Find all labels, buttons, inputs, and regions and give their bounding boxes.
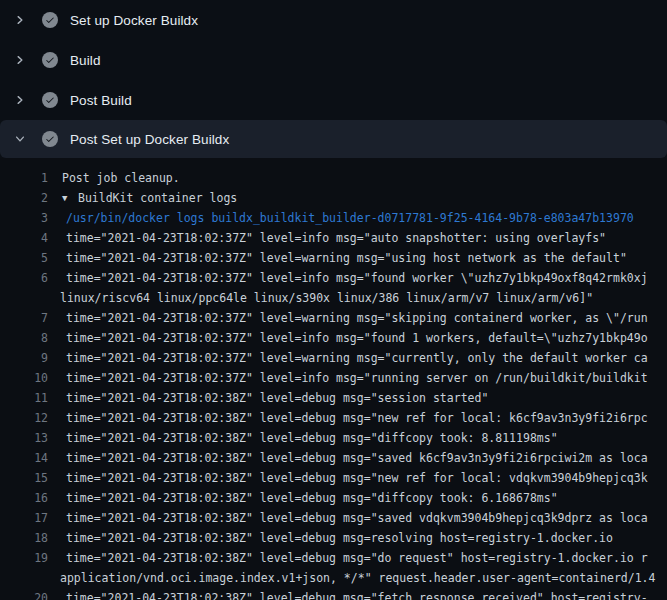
step-label: Post Set up Docker Buildx <box>70 132 229 147</box>
log-text: time="2021-04-23T18:02:38Z" level=debug … <box>66 448 648 468</box>
group-collapse-toggle-icon[interactable]: ▼ <box>62 188 67 208</box>
log-line: 16time="2021-04-23T18:02:38Z" level=debu… <box>0 488 667 508</box>
log-command-text: /usr/bin/docker logs buildx_buildkit_bui… <box>66 208 634 228</box>
step-label: Set up Docker Buildx <box>70 13 198 28</box>
log-text: Post job cleanup. <box>62 168 180 188</box>
log-line: 13time="2021-04-23T18:02:38Z" level=debu… <box>0 428 667 448</box>
log-text: time="2021-04-23T18:02:37Z" level=warnin… <box>66 308 648 328</box>
line-number[interactable]: 6 <box>0 268 48 288</box>
chevron-right-icon <box>12 52 28 68</box>
log-line: 4time="2021-04-23T18:02:37Z" level=info … <box>0 228 667 248</box>
log-line: 10time="2021-04-23T18:02:37Z" level=info… <box>0 368 667 388</box>
log-line: 6time="2021-04-23T18:02:37Z" level=info … <box>0 268 667 288</box>
log-line: 14time="2021-04-23T18:02:38Z" level=debu… <box>0 448 667 468</box>
step-header-build[interactable]: Build <box>0 40 667 80</box>
log-line: 2▼BuildKit container logs <box>0 188 667 208</box>
line-number[interactable]: 1 <box>0 168 48 188</box>
log-text: linux/riscv64 linux/ppc64le linux/s390x … <box>60 288 593 308</box>
step-header-post-build[interactable]: Post Build <box>0 80 667 120</box>
line-number[interactable]: 7 <box>0 308 48 328</box>
line-number[interactable]: 10 <box>0 368 48 388</box>
log-text: time="2021-04-23T18:02:38Z" level=debug … <box>66 388 488 408</box>
actions-log-viewer: Set up Docker BuildxBuildPost BuildPost … <box>0 0 667 600</box>
line-number[interactable]: 14 <box>0 448 48 468</box>
log-text: time="2021-04-23T18:02:38Z" level=debug … <box>66 488 558 508</box>
log-text: time="2021-04-23T18:02:37Z" level=info m… <box>66 328 648 348</box>
step-label: Build <box>70 53 101 68</box>
line-number[interactable]: 18 <box>0 528 48 548</box>
log-line: 15time="2021-04-23T18:02:38Z" level=debu… <box>0 468 667 488</box>
chevron-right-icon <box>12 92 28 108</box>
log-text: time="2021-04-23T18:02:38Z" level=debug … <box>66 588 648 600</box>
log-text: time="2021-04-23T18:02:38Z" level=debug … <box>66 428 558 448</box>
log-line: 11time="2021-04-23T18:02:38Z" level=debu… <box>0 388 667 408</box>
log-line: 5time="2021-04-23T18:02:37Z" level=warni… <box>0 248 667 268</box>
line-number[interactable]: 8 <box>0 328 48 348</box>
log-line: 12time="2021-04-23T18:02:38Z" level=debu… <box>0 408 667 428</box>
log-line: 1Post job cleanup. <box>0 168 667 188</box>
check-circle-icon <box>42 52 58 68</box>
step-header-set-up-docker-buildx[interactable]: Set up Docker Buildx <box>0 0 667 40</box>
check-circle-icon <box>42 131 58 147</box>
log-line: linux/riscv64 linux/ppc64le linux/s390x … <box>0 288 667 308</box>
line-number[interactable]: 2 <box>0 188 48 208</box>
line-number[interactable]: 11 <box>0 388 48 408</box>
line-number[interactable]: 16 <box>0 488 48 508</box>
log-line: 3/usr/bin/docker logs buildx_buildkit_bu… <box>0 208 667 228</box>
steps-list: Set up Docker BuildxBuildPost BuildPost … <box>0 0 667 158</box>
line-number[interactable]: 5 <box>0 248 48 268</box>
log-text: time="2021-04-23T18:02:37Z" level=warnin… <box>66 248 627 268</box>
log-line: 9time="2021-04-23T18:02:37Z" level=warni… <box>0 348 667 368</box>
log-line: 18time="2021-04-23T18:02:38Z" level=debu… <box>0 528 667 548</box>
line-number[interactable]: 17 <box>0 508 48 528</box>
log-text: application/vnd.oci.image.index.v1+json,… <box>60 568 655 588</box>
check-circle-icon <box>42 12 58 28</box>
log-line: 8time="2021-04-23T18:02:37Z" level=info … <box>0 328 667 348</box>
log-line: 19time="2021-04-23T18:02:38Z" level=debu… <box>0 548 667 568</box>
line-number[interactable]: 12 <box>0 408 48 428</box>
check-circle-icon <box>42 92 58 108</box>
line-number[interactable]: 13 <box>0 428 48 448</box>
log-line: 7time="2021-04-23T18:02:37Z" level=warni… <box>0 308 667 328</box>
line-number[interactable]: 4 <box>0 228 48 248</box>
chevron-right-icon <box>12 12 28 28</box>
log-panel: 1Post job cleanup.2▼BuildKit container l… <box>0 158 667 600</box>
chevron-down-icon <box>12 131 28 147</box>
log-text: time="2021-04-23T18:02:38Z" level=debug … <box>66 508 648 528</box>
line-number[interactable]: 19 <box>0 548 48 568</box>
log-text: time="2021-04-23T18:02:37Z" level=info m… <box>66 268 648 288</box>
log-text: time="2021-04-23T18:02:37Z" level=info m… <box>66 228 606 248</box>
step-label: Post Build <box>70 93 132 108</box>
line-number[interactable]: 20 <box>0 588 48 600</box>
log-text: time="2021-04-23T18:02:38Z" level=debug … <box>66 548 648 568</box>
log-text: time="2021-04-23T18:02:38Z" level=debug … <box>66 528 613 548</box>
log-text: time="2021-04-23T18:02:38Z" level=debug … <box>66 408 648 428</box>
log-text: time="2021-04-23T18:02:38Z" level=debug … <box>66 468 648 488</box>
step-header-post-set-up-docker-buildx[interactable]: Post Set up Docker Buildx <box>0 120 667 158</box>
line-number[interactable]: 9 <box>0 348 48 368</box>
log-line: 20time="2021-04-23T18:02:38Z" level=debu… <box>0 588 667 600</box>
log-text: BuildKit container logs <box>78 188 237 208</box>
line-number[interactable]: 3 <box>0 208 48 228</box>
log-line: application/vnd.oci.image.index.v1+json,… <box>0 568 667 588</box>
log-text: time="2021-04-23T18:02:37Z" level=warnin… <box>66 348 648 368</box>
line-number[interactable]: 15 <box>0 468 48 488</box>
log-text: time="2021-04-23T18:02:37Z" level=info m… <box>66 368 648 388</box>
log-line: 17time="2021-04-23T18:02:38Z" level=debu… <box>0 508 667 528</box>
